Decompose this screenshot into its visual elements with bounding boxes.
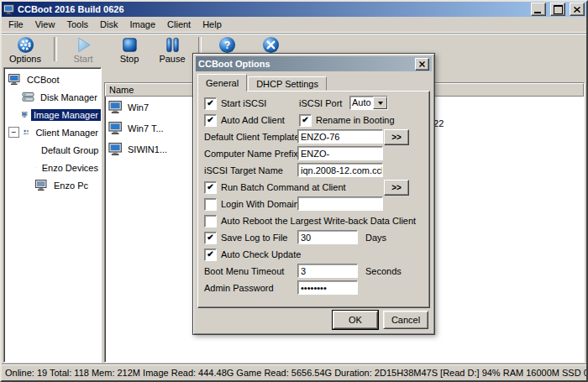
row-auto-add-client: ✔ Auto Add Client ✔ Rename in Booting <box>198 112 429 128</box>
tree-item-enzo-devices[interactable]: Enzo Devices <box>4 159 101 176</box>
collapse-toggle[interactable]: − <box>8 127 19 138</box>
tree-item-client-manager[interactable]: − Client Manager <box>4 123 101 141</box>
ok-button[interactable]: OK <box>333 311 378 329</box>
iscsi-port-label: iSCSI Port <box>299 98 342 108</box>
toolbar-label: Pause <box>159 55 185 64</box>
checkbox-label: Auto Reboot the Largest Write-back Data … <box>221 216 416 226</box>
save-log-checkbox[interactable]: ✔ Save Log to File <box>204 232 288 244</box>
checkbox-box <box>204 215 217 228</box>
svg-text:?: ? <box>223 39 230 51</box>
field-value: iqn.2008-12.com.ccboot.250 <box>301 165 383 175</box>
login-domain-field[interactable] <box>297 196 383 211</box>
iscsi-target-name-label: iSCSI Target Name <box>204 165 283 175</box>
computer-icon <box>22 109 28 120</box>
menu-disk[interactable]: Disk <box>94 18 123 31</box>
toolbar-label: Start <box>73 55 92 64</box>
dialog-close-button[interactable] <box>415 58 429 71</box>
menu-file[interactable]: File <box>3 18 29 31</box>
row-login-domain: Login With Domain <box>198 196 429 212</box>
row-computer-name-prefix: Computer Name Prefix ENZO- <box>198 145 429 162</box>
check-icon: ✔ <box>207 99 213 107</box>
computer-icon <box>8 74 21 85</box>
template-more-button[interactable]: >> <box>384 129 409 145</box>
tree-item-default-group[interactable]: Default Group <box>4 141 101 159</box>
tree-item-ccboot[interactable]: CCBoot <box>4 71 101 88</box>
tree-item-label: Default Group <box>39 144 101 156</box>
menu-bar: File View Tools Disk Image Client Help <box>2 17 586 33</box>
field-value: •••••••• <box>301 283 327 293</box>
field-value: ENZO-76 <box>301 132 339 142</box>
stop-button[interactable]: Stop <box>109 34 150 65</box>
toolbar-label: Options <box>9 55 41 64</box>
computer-icon <box>108 101 123 113</box>
check-icon: ✔ <box>207 183 213 191</box>
default-client-template-field[interactable]: ENZO-76 <box>297 129 383 144</box>
pause-button[interactable]: Pause <box>152 34 192 65</box>
row-save-log: ✔ Save Log to File 30 Days <box>198 229 429 246</box>
toolbar-separator <box>54 37 57 61</box>
iscsi-port-select[interactable]: Auto <box>349 96 388 110</box>
tree-item-label: Image Manager <box>31 109 101 121</box>
auto-reboot-checkbox[interactable]: Auto Reboot the Largest Write-back Data … <box>204 215 416 228</box>
tree-item-label: Enzo Pc <box>51 180 91 191</box>
menu-client[interactable]: Client <box>161 18 197 31</box>
tree-item-enzo-pc[interactable]: Enzo Pc <box>4 176 101 194</box>
tree-item-label: Enzo Devices <box>39 162 101 174</box>
default-client-template-label: Default Client Template <box>204 132 300 142</box>
menu-help[interactable]: Help <box>197 18 228 31</box>
computer-icon <box>35 162 36 173</box>
check-icon: ✔ <box>207 233 213 242</box>
tree-item-label: Disk Manager <box>38 92 100 103</box>
auto-check-update-checkbox[interactable]: ✔ Auto Check Update <box>204 249 301 261</box>
options-button[interactable]: Options <box>5 34 45 65</box>
dialog-titlebar[interactable]: CCBoot Options <box>196 56 432 71</box>
login-domain-checkbox[interactable]: Login With Domain <box>204 198 299 211</box>
tree-item-disk-manager[interactable]: Disk Manager <box>4 88 101 106</box>
iscsi-target-name-field[interactable]: iqn.2008-12.com.ccboot.250 <box>297 163 383 177</box>
start-button[interactable]: Start <box>63 34 103 65</box>
check-icon: ✔ <box>207 116 213 124</box>
checkbox-label: Login With Domain <box>221 199 299 209</box>
batch-more-button[interactable]: >> <box>384 180 409 196</box>
maximize-button[interactable] <box>550 3 565 16</box>
menu-image[interactable]: Image <box>123 18 161 31</box>
checkbox-box: ✔ <box>204 232 217 244</box>
minimize-button[interactable] <box>531 3 546 16</box>
computer-name-prefix-field[interactable]: ENZO- <box>297 146 383 160</box>
tree-item-image-manager[interactable]: Image Manager <box>4 106 101 123</box>
checkbox-label: Run Batch Command at Client <box>221 182 346 192</box>
row-run-batch: ✔ Run Batch Command at Client >> <box>198 179 429 196</box>
dialog-tabs: General DHCP Settings <box>196 73 432 91</box>
pause-icon <box>164 36 181 54</box>
close-icon <box>574 7 580 13</box>
save-log-days-field[interactable]: 30 <box>297 230 358 244</box>
menu-view[interactable]: View <box>29 18 61 31</box>
status-text: Online: 19 Total: 118 Mem: 212M Image Re… <box>5 368 586 378</box>
auto-add-client-checkbox[interactable]: ✔ Auto Add Client <box>204 114 285 127</box>
maximize-icon <box>554 5 563 14</box>
titlebar[interactable]: CCBoot 2016 Build 0626 <box>2 2 586 17</box>
stop-icon <box>121 36 139 54</box>
seconds-label: Seconds <box>365 266 402 276</box>
start-iscsi-checkbox[interactable]: ✔ Start iSCSI <box>204 97 266 110</box>
close-button[interactable] <box>570 3 585 16</box>
computer-icon <box>35 180 48 191</box>
close-icon <box>419 61 425 67</box>
admin-password-field[interactable]: •••••••• <box>297 280 358 295</box>
menu-tools[interactable]: Tools <box>60 18 94 31</box>
chevron-down-icon <box>378 102 383 105</box>
checkbox-box: ✔ <box>204 114 217 127</box>
column-header-name[interactable]: Name <box>105 83 197 97</box>
days-label: Days <box>365 233 386 243</box>
boot-menu-timeout-field[interactable]: 3 <box>297 264 358 278</box>
row-iscsi-target-name: iSCSI Target Name iqn.2008-12.com.ccboot… <box>198 162 429 179</box>
cancel-button[interactable]: Cancel <box>383 311 428 329</box>
dialog-footer: OK Cancel <box>196 308 432 332</box>
tab-general[interactable]: General <box>197 74 247 92</box>
gear-icon <box>17 36 34 54</box>
tab-dhcp-settings[interactable]: DHCP Settings <box>248 76 327 91</box>
run-batch-checkbox[interactable]: ✔ Run Batch Command at Client <box>204 181 346 194</box>
help-icon: ? <box>218 36 236 54</box>
dropdown-button[interactable] <box>373 97 387 109</box>
rename-in-booting-checkbox[interactable]: ✔ Rename in Booting <box>299 114 395 127</box>
